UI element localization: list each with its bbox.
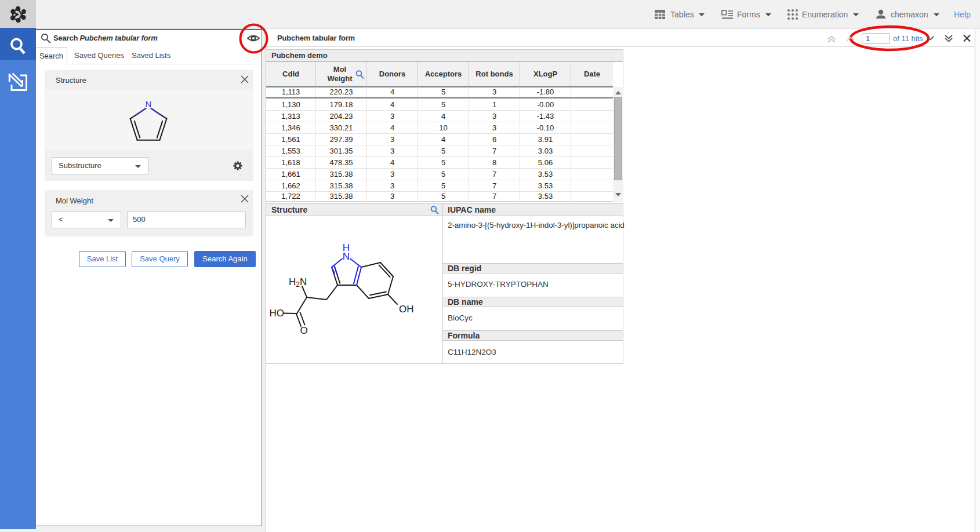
svg-text:O: O [300,325,307,336]
svg-text:HO: HO [270,308,285,319]
svg-text:OH: OH [399,304,414,315]
svg-text:N: N [146,99,152,109]
svg-text:H2N: H2N [289,276,307,289]
svg-text:N: N [343,251,350,262]
